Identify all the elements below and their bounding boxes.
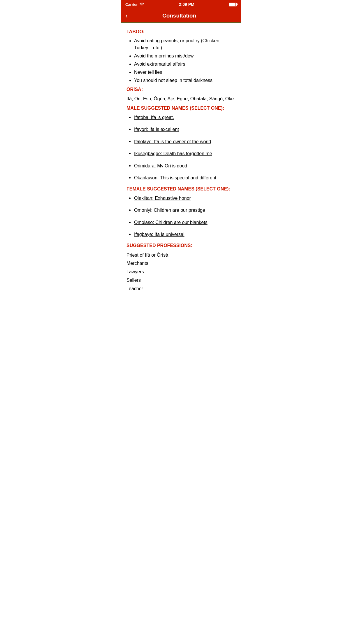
list-item[interactable]: Ifatoba: Ifa is great. — [134, 114, 236, 121]
battery-icon — [229, 3, 237, 6]
male-name-link[interactable]: Orimidara: My Ori is good — [134, 163, 187, 168]
list-item: Lawyers — [126, 268, 236, 276]
status-time: 2:09 PM — [179, 2, 194, 7]
list-item[interactable]: Orimidara: My Ori is good — [134, 162, 236, 170]
taboo-list: Avoid eating peanuts, or poultry (Chicke… — [126, 37, 236, 84]
taboo-header: TABOO: — [126, 29, 236, 34]
list-item[interactable]: Ikusegbagbe: Death has forgotten me — [134, 150, 236, 158]
list-item[interactable]: Ifalolaye: Ifa is the owner of the world — [134, 138, 236, 146]
carrier-label: Carrier — [125, 2, 138, 7]
female-name-link[interactable]: Ifagbaye: Ifa is universal — [134, 232, 184, 237]
list-item: Never tell lies — [134, 69, 236, 76]
male-name-link[interactable]: Ifalolaye: Ifa is the owner of the world — [134, 139, 211, 144]
list-item: Avoid eating peanuts, or poultry (Chicke… — [134, 37, 236, 51]
list-item: Priest of Ifá or Òrìsà — [126, 251, 236, 260]
list-item[interactable]: Omolaso: Children are our blankets — [134, 219, 236, 226]
svg-point-0 — [141, 5, 142, 6]
female-names-list: Olakiitan: Exhaustive honor Omoniyi: Chi… — [126, 195, 236, 238]
list-item[interactable]: Olakiitan: Exhaustive honor — [134, 195, 236, 202]
female-name-link[interactable]: Omolaso: Children are our blankets — [134, 220, 208, 225]
status-bar-left: Carrier — [125, 2, 144, 7]
orisa-text: Ifá, Ori, Esu, Ògún, Aje, Egbe, Obatala,… — [126, 95, 236, 103]
male-name-link[interactable]: Ifayori: Ifa is excellent — [134, 127, 179, 132]
male-name-link[interactable]: Ikusegbagbe: Death has forgotten me — [134, 151, 212, 156]
list-item[interactable]: Ifayori: Ifa is excellent — [134, 126, 236, 133]
list-item: You should not sleep in total darkness. — [134, 77, 236, 84]
list-item: Merchants — [126, 259, 236, 268]
list-item[interactable]: Ifagbaye: Ifa is universal — [134, 231, 236, 238]
content-area: TABOO: Avoid eating peanuts, or poultry … — [121, 23, 241, 298]
page-title: Consultation — [131, 13, 228, 19]
list-item[interactable]: Okanlawon: This is special and different — [134, 174, 236, 182]
female-names-section: FEMALE SUGGESTED NAMES (SELECT ONE): Ola… — [126, 186, 236, 238]
list-item: Avoid extramarital affairs — [134, 61, 236, 68]
list-item: Sellers — [126, 276, 236, 285]
taboo-section: TABOO: Avoid eating peanuts, or poultry … — [126, 29, 236, 84]
list-item: Teacher — [126, 285, 236, 293]
professions-section: SUGGESTED PROFESSIONS: Priest of Ifá or … — [126, 243, 236, 293]
female-name-link[interactable]: Omoniyi: Children are our prestige — [134, 208, 205, 213]
male-name-link[interactable]: Ifatoba: Ifa is great. — [134, 115, 174, 120]
orisa-section: ÒRÌSÀ: Ifá, Ori, Esu, Ògún, Aje, Egbe, O… — [126, 87, 236, 103]
list-item: Avoid the mornings mist/dew — [134, 52, 236, 60]
nav-bar: ‹ Consultation — [121, 9, 241, 23]
list-item[interactable]: Omoniyi: Children are our prestige — [134, 206, 236, 214]
professions-header: SUGGESTED PROFESSIONS: — [126, 243, 236, 248]
wifi-icon — [140, 2, 144, 7]
male-name-link[interactable]: Okanlawon: This is special and different — [134, 175, 216, 180]
male-names-section: MALE SUGGESTED NAMES (SELECT ONE): Ifato… — [126, 106, 236, 182]
orisa-header: ÒRÌSÀ: — [126, 87, 236, 92]
male-names-list: Ifatoba: Ifa is great. Ifayori: Ifa is e… — [126, 114, 236, 182]
status-bar: Carrier 2:09 PM — [121, 0, 241, 9]
back-button[interactable]: ‹ — [125, 12, 131, 20]
female-name-link[interactable]: Olakiitan: Exhaustive honor — [134, 196, 191, 201]
male-names-header: MALE SUGGESTED NAMES (SELECT ONE): — [126, 106, 236, 111]
professions-list: Priest of Ifá or Òrìsà Merchants Lawyers… — [126, 251, 236, 293]
female-names-header: FEMALE SUGGESTED NAMES (SELECT ONE): — [126, 186, 236, 192]
status-bar-right — [229, 3, 237, 6]
